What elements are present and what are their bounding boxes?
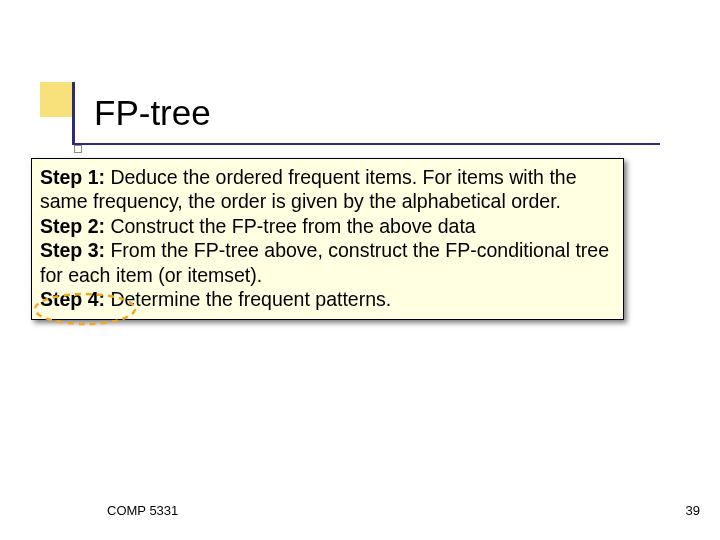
decorative-joint-icon	[74, 145, 82, 153]
step-2-text: Construct the FP-tree from the above dat…	[105, 215, 476, 237]
steps-callout-box: Step 1: Deduce the ordered frequent item…	[31, 158, 624, 320]
step-2-label: Step 2:	[40, 215, 105, 237]
footer-course-code: COMP 5331	[107, 503, 178, 518]
decorative-square	[40, 82, 75, 117]
step-3-label: Step 3:	[40, 239, 105, 261]
step-4-text: Determine the frequent patterns.	[105, 288, 391, 310]
slide: FP-tree Step 1: Deduce the ordered frequ…	[0, 0, 720, 540]
step-1-label: Step 1:	[40, 166, 105, 188]
step-4-label: Step 4:	[40, 288, 105, 310]
step-1-text: Deduce the ordered frequent items. For i…	[40, 166, 577, 212]
decorative-horizontal-line	[72, 143, 660, 145]
footer-page-number: 39	[686, 503, 700, 518]
slide-title: FP-tree	[94, 93, 211, 133]
step-3-text: From the FP-tree above, construct the FP…	[40, 239, 609, 285]
decorative-vertical-line	[72, 82, 75, 144]
